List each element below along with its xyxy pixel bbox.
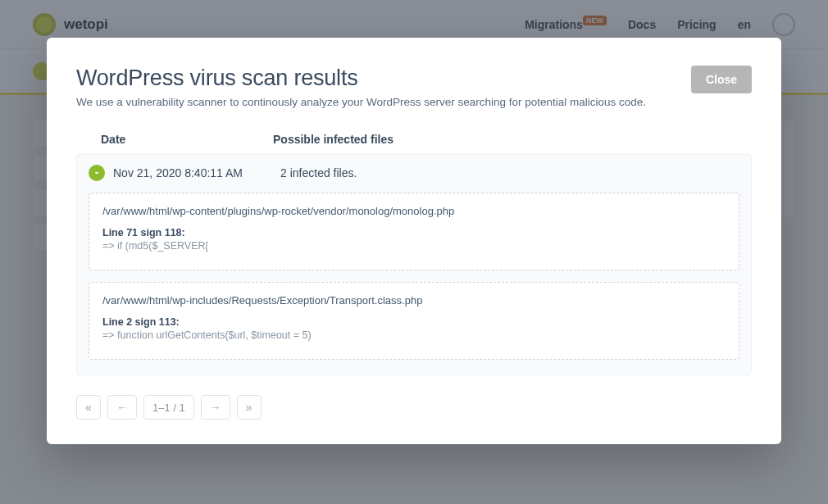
scan-date: Nov 21, 2020 8:40:11 AM	[113, 166, 272, 179]
table-header: Date Possible infected files	[76, 108, 752, 154]
modal-header: WordPress virus scan results We use a vu…	[76, 66, 752, 108]
scan-row: Nov 21, 2020 8:40:11 AM 2 infected files…	[76, 154, 752, 375]
pagination: « ← 1–1 / 1 → »	[76, 395, 752, 420]
scan-results-modal: WordPress virus scan results We use a vu…	[47, 38, 781, 444]
page-last-button[interactable]: »	[237, 395, 262, 420]
scan-summary: 2 infected files.	[280, 166, 739, 179]
page-range: 1–1 / 1	[143, 395, 194, 420]
modal-title: WordPress virus scan results	[76, 66, 646, 91]
file-line-sign: Line 2 sign 113:	[102, 316, 726, 328]
file-snippet: => if (md5($_SERVER[	[102, 240, 726, 252]
page-next-button[interactable]: →	[201, 395, 230, 420]
scan-row-summary[interactable]: Nov 21, 2020 8:40:11 AM 2 infected files…	[89, 165, 739, 181]
file-path: /var/www/html/wp-includes/Requests/Excep…	[102, 294, 726, 306]
modal-subtitle: We use a vulnerability scanner to contin…	[76, 96, 646, 108]
modal-overlay[interactable]: WordPress virus scan results We use a vu…	[0, 0, 828, 504]
page-prev-button[interactable]: ←	[107, 395, 137, 420]
expand-toggle-icon[interactable]	[89, 165, 105, 181]
file-snippet: => function urlGetContents($url, $timeou…	[102, 329, 726, 341]
file-path: /var/www/html/wp-content/plugins/wp-rock…	[102, 205, 726, 217]
close-button[interactable]: Close	[691, 66, 752, 93]
page-first-button[interactable]: «	[76, 395, 101, 420]
col-header-date: Date	[101, 133, 273, 146]
file-line-sign: Line 71 sign 118:	[102, 227, 726, 238]
col-header-files: Possible infected files	[273, 133, 752, 146]
infected-file-card: /var/www/html/wp-includes/Requests/Excep…	[89, 282, 739, 360]
infected-file-card: /var/www/html/wp-content/plugins/wp-rock…	[89, 193, 739, 270]
